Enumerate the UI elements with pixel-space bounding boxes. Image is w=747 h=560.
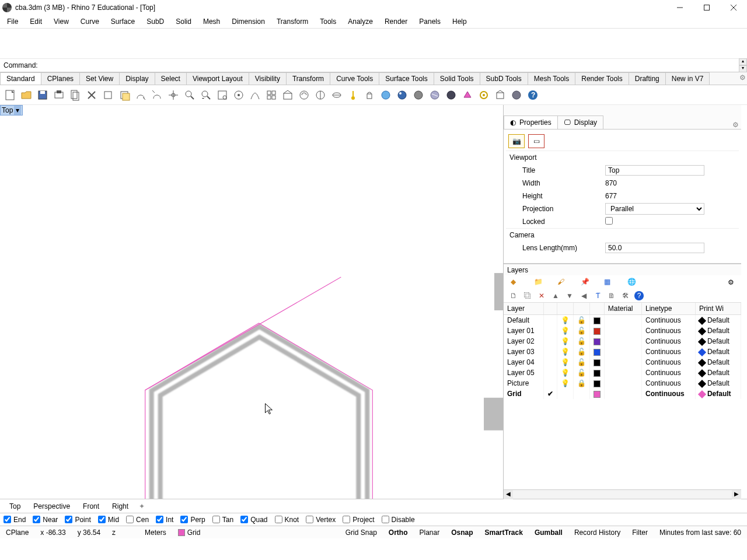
panel-gear-icon[interactable]: ⚙: [732, 121, 741, 129]
viewport-label[interactable]: Top ▾: [0, 105, 23, 116]
toolbar-icon-30[interactable]: [493, 88, 508, 103]
toolbar-icon-11[interactable]: [182, 88, 197, 103]
tooltab-solid-tools[interactable]: Solid Tools: [434, 72, 480, 85]
tab-display[interactable]: 🖵 Display: [557, 116, 603, 129]
prop-projection-select[interactable]: Parallel: [605, 203, 704, 215]
toolbar-icon-29[interactable]: [476, 88, 491, 103]
toolbar-icon-20[interactable]: [329, 88, 344, 103]
layer-paint-icon[interactable]: 🖌: [557, 278, 567, 287]
viewtab-front[interactable]: Front: [77, 501, 105, 512]
command-input[interactable]: [38, 61, 739, 69]
menu-panels[interactable]: Panels: [413, 16, 446, 27]
hscroll-left-icon[interactable]: ◀: [504, 490, 513, 499]
layer-hammer-icon[interactable]: 🛠: [620, 290, 631, 301]
tooltabs-gear-icon[interactable]: ⚙: [739, 74, 746, 82]
layer-left-icon[interactable]: ◀: [578, 290, 589, 301]
toolbar-icon-26[interactable]: [427, 88, 442, 103]
menu-solid[interactable]: Solid: [170, 16, 197, 27]
prop-locked-checkbox[interactable]: [605, 217, 613, 225]
toolbar-icon-13[interactable]: [215, 88, 230, 103]
layer-row-layer-05[interactable]: Layer 05💡🔓ContinuousDefault: [504, 368, 741, 378]
toolbar-icon-2[interactable]: [35, 88, 50, 103]
toolbar-icon-27[interactable]: [444, 88, 459, 103]
layer-row-layer-04[interactable]: Layer 04💡🔓ContinuousDefault: [504, 357, 741, 368]
toolbar-icon-15[interactable]: [247, 88, 263, 103]
layer-down-icon[interactable]: ▼: [564, 290, 575, 301]
tooltab-transform[interactable]: Transform: [286, 72, 330, 85]
status-layer[interactable]: Grid: [172, 528, 207, 537]
props-viewport-icon[interactable]: 📷: [508, 134, 525, 148]
osnap-vertex[interactable]: Vertex: [306, 516, 336, 524]
osnap-quad[interactable]: Quad: [240, 516, 267, 524]
layers-hscroll[interactable]: ◀ ▶: [504, 489, 741, 499]
layer-pin-icon[interactable]: 📌: [581, 278, 590, 287]
layer-row-grid[interactable]: Grid✔ContinuousDefault: [504, 388, 741, 399]
layer-row-layer-02[interactable]: Layer 02💡🔓ContinuousDefault: [504, 336, 741, 346]
toolbar-icon-19[interactable]: [313, 88, 328, 103]
toolbar-icon-6[interactable]: [100, 88, 116, 103]
minimize-button[interactable]: [666, 0, 693, 15]
command-scroll[interactable]: ▴▾: [739, 58, 747, 72]
toolbar-icon-16[interactable]: [264, 88, 279, 103]
toggle-gumball[interactable]: Gumball: [529, 528, 568, 537]
toggle-record-history[interactable]: Record History: [568, 528, 626, 537]
osnap-int[interactable]: Int: [156, 516, 173, 524]
osnap-project[interactable]: Project: [343, 516, 374, 524]
tooltab-visibility[interactable]: Visibility: [249, 72, 287, 85]
osnap-disable[interactable]: Disable: [382, 516, 415, 524]
toolbar-icon-17[interactable]: [280, 88, 295, 103]
toolbar-icon-32[interactable]: ?: [525, 88, 540, 103]
command-history[interactable]: [0, 28, 747, 58]
toggle-planar[interactable]: Planar: [413, 528, 445, 537]
toolbar-icon-7[interactable]: [117, 88, 132, 103]
status-units[interactable]: Meters: [139, 528, 172, 537]
osnap-mid[interactable]: Mid: [98, 516, 119, 524]
layer-folder-icon[interactable]: 📁: [534, 278, 543, 287]
toggle-smarttrack[interactable]: SmartTrack: [479, 528, 529, 537]
col-visible[interactable]: [557, 303, 573, 315]
tooltab-select[interactable]: Select: [155, 72, 187, 85]
col-material[interactable]: Material: [604, 303, 641, 315]
close-button[interactable]: [720, 0, 747, 15]
toolbar-icon-8[interactable]: [133, 88, 148, 103]
layer-main-icon[interactable]: ◆: [511, 278, 520, 287]
tooltab-viewport-layout[interactable]: Viewport Layout: [186, 72, 249, 85]
osnap-near[interactable]: Near: [33, 516, 58, 524]
menu-dimension[interactable]: Dimension: [226, 16, 271, 27]
menu-surface[interactable]: Surface: [105, 16, 141, 27]
toolbar-icon-3[interactable]: [51, 88, 67, 103]
viewtab-add-icon[interactable]: ✦: [135, 502, 148, 510]
layer-copy-icon[interactable]: ⿻: [522, 290, 533, 301]
col-lock[interactable]: [573, 303, 589, 315]
toggle-filter[interactable]: Filter: [626, 528, 654, 537]
tooltab-mesh-tools[interactable]: Mesh Tools: [528, 72, 575, 85]
toolbar-icon-23[interactable]: [378, 88, 393, 103]
tooltab-cplanes[interactable]: CPlanes: [41, 72, 80, 85]
menu-curve[interactable]: Curve: [75, 16, 105, 27]
toggle-gridsnap[interactable]: Grid Snap: [340, 528, 383, 537]
toolbar-icon-4[interactable]: [68, 88, 83, 103]
viewtab-top[interactable]: Top: [4, 501, 26, 512]
prop-lens-input[interactable]: [605, 243, 704, 253]
menu-analyze[interactable]: Analyze: [342, 16, 379, 27]
toolbar-icon-14[interactable]: [231, 88, 246, 103]
viewport[interactable]: Top ▾ x y: [0, 105, 504, 499]
menu-tools[interactable]: Tools: [314, 16, 342, 27]
viewtab-right[interactable]: Right: [106, 501, 134, 512]
menu-help[interactable]: Help: [446, 16, 473, 27]
menu-transform[interactable]: Transform: [271, 16, 314, 27]
col-current[interactable]: [543, 303, 557, 315]
menu-view[interactable]: View: [48, 16, 75, 27]
viewtab-perspective[interactable]: Perspective: [27, 501, 76, 512]
maximize-button[interactable]: [693, 0, 720, 15]
menu-mesh[interactable]: Mesh: [197, 16, 226, 27]
toolbar-icon-9[interactable]: [149, 88, 165, 103]
tooltab-new-in-v7[interactable]: New in V7: [665, 72, 710, 85]
menu-subd[interactable]: SubD: [141, 16, 170, 27]
toolbar-icon-24[interactable]: [395, 88, 410, 103]
tooltab-surface-tools[interactable]: Surface Tools: [379, 72, 434, 85]
tooltab-render-tools[interactable]: Render Tools: [575, 72, 629, 85]
osnap-knot[interactable]: Knot: [275, 516, 299, 524]
tooltab-subd-tools[interactable]: SubD Tools: [480, 72, 528, 85]
col-layer[interactable]: Layer: [504, 303, 543, 315]
